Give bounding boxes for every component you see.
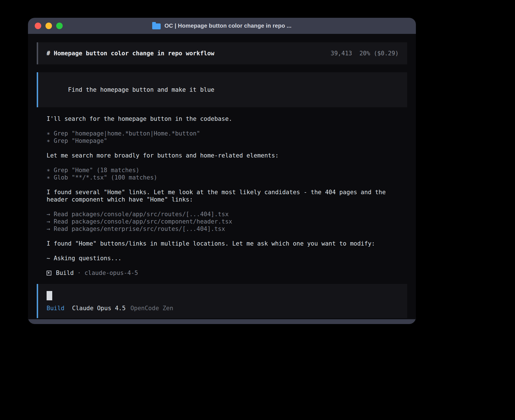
transcript-line: I'll search for the homepage button in t…: [47, 115, 400, 123]
transcript-paragraph: I'll search for the homepage button in t…: [47, 115, 400, 123]
context-usage: 20% ($0.29): [359, 50, 399, 57]
close-button[interactable]: [35, 23, 41, 29]
transcript-paragraph: Let me search more broadly for buttons a…: [47, 152, 400, 159]
session-title: # Homepage button color change in repo w…: [47, 50, 214, 57]
session-stats: 39,413 20% ($0.29): [331, 50, 399, 57]
agent-square-icon: [47, 271, 51, 275]
window-title: OC | Homepage button color change in rep…: [164, 23, 291, 29]
traffic-lights: [35, 18, 63, 34]
model-name: Claude Opus 4.5: [72, 305, 126, 312]
prompt-input[interactable]: Build Claude Opus 4.5 OpenCode Zen: [37, 284, 407, 318]
transcript-line: ∗ Grep "Home" (18 matches): [47, 167, 400, 174]
transcript-line: ∗ Grep "Homepage": [47, 137, 400, 145]
transcript-line: → Read packages/console/app/src/componen…: [47, 218, 400, 225]
user-message-text: Find the homepage button and make it blu…: [68, 86, 214, 93]
transcript-line: ∗ Grep "homepage|home.*button|Home.*butt…: [47, 130, 400, 137]
text-cursor: [47, 291, 52, 300]
transcript-line: → Read packages/console/app/src/routes/[…: [47, 211, 400, 218]
text-segment: Build: [56, 269, 74, 277]
transcript-line: Let me search more broadly for buttons a…: [47, 152, 400, 159]
titlebar-title-group: OC | Homepage button color change in rep…: [152, 23, 291, 29]
transcript: I'll search for the homepage button in t…: [37, 115, 400, 277]
token-count: 39,413: [331, 50, 352, 57]
transcript-line: I found several "Home" links. Let me loo…: [47, 189, 400, 203]
transcript-paragraph: ~ Asking questions...: [47, 255, 400, 262]
model-row: Build Claude Opus 4.5 OpenCode Zen: [47, 305, 399, 312]
provider-name: OpenCode Zen: [130, 305, 173, 312]
terminal-content: # Homepage button color change in repo w…: [28, 34, 416, 319]
transcript-line: I found "Home" buttons/links in multiple…: [47, 240, 400, 247]
maximize-button[interactable]: [56, 23, 63, 29]
transcript-paragraph: I found several "Home" links. Let me loo…: [47, 189, 400, 203]
transcript-paragraph: I found "Home" buttons/links in multiple…: [47, 240, 400, 247]
transcript-line: Build · claude-opus-4-5: [47, 269, 400, 277]
minimize-button[interactable]: [45, 23, 52, 29]
transcript-line: ∗ Glob "**/*.tsx" (100 matches): [47, 174, 400, 181]
folder-icon: [152, 23, 161, 29]
titlebar: OC | Homepage button color change in rep…: [28, 18, 416, 34]
transcript-paragraph: Build · claude-opus-4-5: [47, 269, 400, 277]
agent-mode-label[interactable]: Build: [47, 305, 64, 312]
terminal-window: OC | Homepage button color change in rep…: [28, 18, 416, 324]
text-segment: · claude-opus-4-5: [74, 269, 138, 277]
user-message: Find the homepage button and make it blu…: [37, 72, 407, 107]
transcript-line: ~ Asking questions...: [47, 255, 400, 262]
transcript-paragraph: → Read packages/console/app/src/routes/[…: [47, 211, 400, 233]
transcript-paragraph: ∗ Grep "Home" (18 matches)∗ Glob "**/*.t…: [47, 167, 400, 181]
session-header: # Homepage button color change in repo w…: [37, 42, 407, 64]
transcript-paragraph: ∗ Grep "homepage|home.*button|Home.*butt…: [47, 130, 400, 145]
transcript-line: → Read packages/enterprise/src/routes/[.…: [47, 225, 400, 233]
